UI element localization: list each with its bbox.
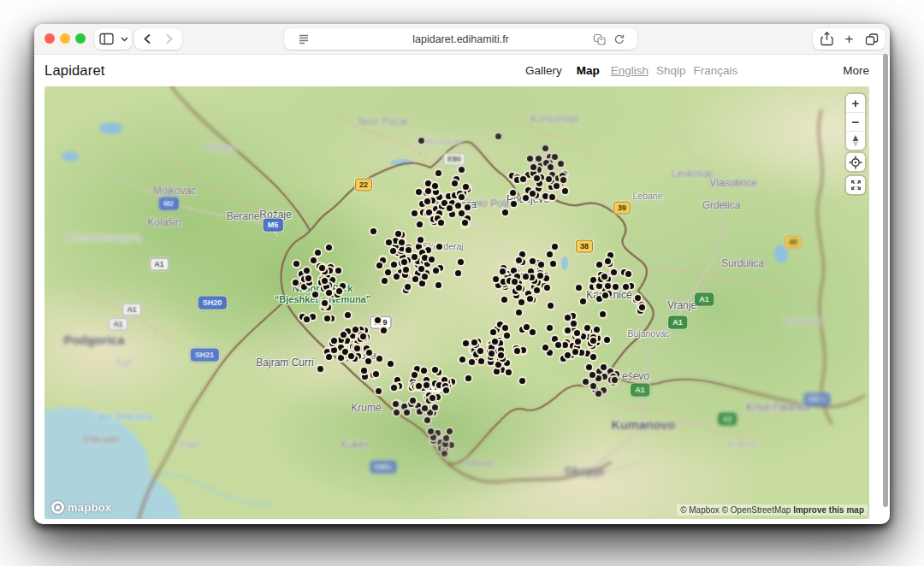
map-marker[interactable] <box>412 276 418 282</box>
map-marker[interactable] <box>435 282 441 288</box>
map-marker[interactable] <box>613 284 619 290</box>
map-marker[interactable] <box>520 176 526 182</box>
translate-icon[interactable] <box>588 28 610 50</box>
map-marker[interactable] <box>412 254 418 260</box>
map-marker[interactable] <box>548 303 554 309</box>
map-marker[interactable] <box>430 434 436 440</box>
map-marker[interactable] <box>595 375 601 381</box>
map-marker[interactable] <box>335 268 341 274</box>
map-marker[interactable] <box>376 388 382 394</box>
share-icon[interactable] <box>816 28 838 50</box>
nav-gallery[interactable]: Gallery <box>525 64 562 77</box>
map-marker[interactable] <box>310 314 316 320</box>
map-marker[interactable] <box>304 316 310 322</box>
map-marker[interactable] <box>399 245 405 251</box>
map-marker[interactable] <box>401 259 407 265</box>
map-marker[interactable] <box>623 284 629 290</box>
map-marker[interactable] <box>499 367 505 373</box>
map-marker[interactable] <box>459 167 465 173</box>
map-marker[interactable] <box>452 180 458 186</box>
map-marker[interactable] <box>425 188 431 194</box>
map-marker[interactable] <box>404 410 410 416</box>
mapbox-logo[interactable]: mapbox <box>51 501 112 514</box>
map-marker[interactable] <box>552 336 558 342</box>
map-marker[interactable] <box>558 161 564 167</box>
map-marker[interactable] <box>429 395 435 401</box>
map-marker[interactable] <box>547 251 553 257</box>
map-marker[interactable] <box>463 340 469 346</box>
map-marker[interactable] <box>436 194 442 200</box>
map-marker[interactable] <box>530 164 536 170</box>
map-marker[interactable] <box>602 292 608 298</box>
map-marker[interactable] <box>421 368 427 374</box>
map-marker[interactable] <box>555 342 561 348</box>
map-marker[interactable] <box>406 247 412 253</box>
map-marker[interactable] <box>293 261 299 267</box>
map-marker[interactable] <box>465 204 471 210</box>
map-marker[interactable] <box>590 277 596 283</box>
map-marker[interactable] <box>365 358 371 364</box>
reload-icon[interactable] <box>608 28 631 50</box>
nav-more[interactable]: More <box>843 64 869 77</box>
map-marker[interactable] <box>459 194 465 200</box>
map-canvas[interactable]: MojkovacBijelo PoljeKolašinBeraneRožajeP… <box>44 86 869 519</box>
nav-lang-shqip[interactable]: Shqip <box>656 64 686 77</box>
map-marker[interactable] <box>605 283 611 289</box>
minimize-window-button[interactable] <box>60 33 70 44</box>
map-marker[interactable] <box>570 313 576 319</box>
map-marker[interactable] <box>419 280 425 286</box>
map-marker[interactable] <box>438 220 444 226</box>
map-marker[interactable] <box>382 278 388 284</box>
map-marker[interactable] <box>511 268 517 274</box>
close-window-button[interactable] <box>44 33 55 44</box>
map-marker[interactable] <box>312 292 318 298</box>
map-marker[interactable] <box>596 262 602 268</box>
map-marker[interactable] <box>530 258 536 264</box>
map-marker[interactable] <box>432 404 438 410</box>
map-marker[interactable] <box>326 245 332 251</box>
zoom-out-button[interactable]: − <box>846 112 865 131</box>
map-marker[interactable] <box>492 339 498 345</box>
map-marker[interactable] <box>498 352 504 358</box>
map-marker[interactable] <box>465 375 471 381</box>
map-marker[interactable] <box>493 276 499 282</box>
map-marker[interactable] <box>402 272 408 278</box>
map-marker[interactable] <box>425 180 431 186</box>
map-marker[interactable] <box>601 274 607 280</box>
map-marker[interactable] <box>543 275 549 281</box>
map-marker[interactable] <box>338 355 344 361</box>
map-marker[interactable] <box>580 333 586 339</box>
map-marker[interactable] <box>447 205 453 211</box>
map-marker[interactable] <box>442 441 448 447</box>
map-marker[interactable] <box>459 357 465 363</box>
nav-lang-francais[interactable]: Français <box>694 64 738 77</box>
map-marker[interactable] <box>552 154 558 160</box>
zoom-in-button[interactable]: + <box>846 94 865 112</box>
map-marker[interactable] <box>583 379 589 385</box>
map-marker[interactable] <box>391 262 397 268</box>
map-marker[interactable] <box>443 387 449 393</box>
map-marker[interactable] <box>562 188 568 194</box>
map-marker[interactable] <box>530 191 536 197</box>
map-marker[interactable] <box>417 221 423 227</box>
map-marker[interactable] <box>391 385 397 391</box>
map-marker[interactable] <box>435 394 441 400</box>
site-logo[interactable]: Lapidaret <box>44 62 105 79</box>
reader-icon[interactable] <box>293 28 315 50</box>
map-marker[interactable] <box>469 359 475 365</box>
map-marker[interactable] <box>612 377 618 383</box>
page-scrollbar[interactable] <box>883 54 888 507</box>
map-marker[interactable] <box>463 184 469 190</box>
map-marker[interactable] <box>547 325 553 331</box>
map-marker[interactable] <box>518 299 524 305</box>
nav-lang-english[interactable]: English <box>611 64 649 77</box>
map-marker[interactable] <box>478 358 484 364</box>
map-marker[interactable] <box>601 374 607 380</box>
map-marker[interactable] <box>520 347 526 353</box>
map-marker[interactable] <box>488 359 494 365</box>
map-marker[interactable] <box>601 364 607 370</box>
map-marker[interactable] <box>422 255 428 261</box>
map-marker[interactable] <box>412 372 418 378</box>
map-marker[interactable] <box>361 368 367 374</box>
map-marker[interactable] <box>565 327 571 333</box>
